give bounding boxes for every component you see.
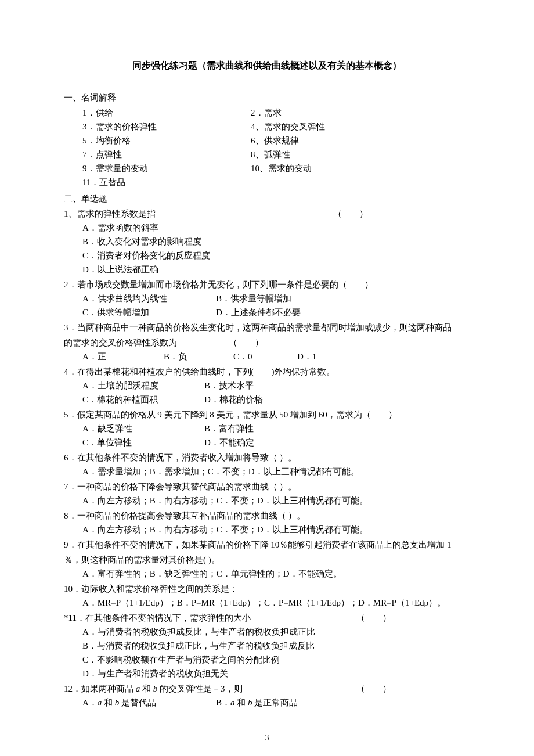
q12-stem: 12．如果两种商品 a 和 b 的交叉弹性是－3，则	[64, 682, 354, 696]
q12-opts: A．a 和 b 是替代品 B．a 和 b 是正常商品	[64, 696, 470, 710]
q2-opt-a: A．供求曲线均为线性	[82, 291, 216, 305]
q7-opts: A．向左方移动；B．向右方移动；C．不变；D．以上三种情况都有可能。	[64, 494, 470, 507]
term: 2．需求	[251, 106, 282, 120]
q11-opt-a: A．与消费者的税收负担成反比，与生产者的税收负担成正比	[64, 625, 470, 639]
page: 同步强化练习题（需求曲线和供给曲线概述以及有关的基本概念） 一、名词解释 1．供…	[0, 0, 534, 756]
q11-opt-b: B．与消费者的税收负担成正比，与生产者的税收负担成反比	[64, 639, 470, 653]
q2-row2: C．供求等幅增加 D．上述条件都不必要	[64, 305, 470, 319]
q2-opt-b: B．供求量等幅增加	[216, 291, 291, 305]
text: 和	[235, 698, 248, 707]
text: 和	[140, 684, 153, 693]
q3-opt-d: D．1	[297, 350, 316, 363]
q5-opt-b: B．富有弹性	[204, 422, 254, 435]
q12-opt-b: B．a 和 b 是正常商品	[216, 696, 298, 710]
q3-opts: A．正 B．负 C．0 D．1	[64, 350, 470, 363]
q2-opt-d: D．上述条件都不必要	[216, 305, 301, 319]
q5-opt-c: C．单位弹性	[82, 435, 204, 449]
q12-opt-a: A．a 和 b 是替代品	[82, 696, 216, 710]
term-row: 9．需求量的变动 10、需求的变动	[64, 161, 470, 175]
var-a: a	[230, 698, 235, 707]
question-9-line1: 9．在其他条件不变的情况下，如果某商品的价格下降 10％能够引起消费者在该商品上…	[64, 538, 470, 552]
q3-opt-c: C．0	[233, 350, 297, 363]
q5-opt-d: D．不能确定	[204, 435, 254, 449]
term: 10、需求的变动	[251, 161, 312, 175]
term: 11．互替品	[82, 175, 251, 189]
text: 12．如果两种商品	[64, 684, 136, 693]
question-1: 1、需求的弹性系数是指 （ ）	[64, 207, 470, 221]
q1-opt-b: B．收入变化对需求的影响程度	[64, 235, 470, 249]
blank-paren: （ ）	[356, 613, 391, 622]
q2-opt-c: C．供求等幅增加	[82, 305, 216, 319]
term: 3．需求的价格弹性	[82, 120, 251, 134]
document-title: 同步强化练习题（需求曲线和供给曲线概述以及有关的基本概念）	[64, 58, 470, 73]
q5-row1: A．缺乏弹性 B．富有弹性	[64, 422, 470, 435]
text: 是替代品	[119, 698, 156, 707]
q4-opt-d: D．棉花的价格	[204, 393, 263, 406]
text: A．	[82, 698, 98, 707]
q11-stem: *11．在其他条件不变的情况下，需求弹性的大小	[64, 611, 354, 625]
q2-row1: A．供求曲线均为线性 B．供求量等幅增加	[64, 291, 470, 305]
question-6: 6．在其他条件不变的情况下，消费者收入增加将导致（ ）。	[64, 451, 470, 465]
blank-paren: （ ）	[229, 338, 264, 347]
blank-paren: （ ）	[333, 209, 368, 218]
q4-row2: C．棉花的种植面积 D．棉花的价格	[64, 393, 470, 406]
term-row: 7．点弹性 8、弧弹性	[64, 147, 470, 161]
text: B．	[216, 698, 230, 707]
blank-paren: （ ）	[356, 684, 391, 693]
term: 6、供求规律	[251, 134, 299, 147]
text: 的交叉弹性是－3，则	[157, 684, 242, 693]
q10-opts: A．MR=P（1+1/Edp）；B．P=MR（1+Edp）；C．P=MR（1+1…	[64, 596, 470, 610]
question-9-line2: ％，则这种商品的需求量对其价格是( )。	[64, 553, 470, 567]
term-row: 11．互替品	[64, 175, 470, 189]
page-number: 3	[0, 732, 534, 744]
question-2: 2．若市场成交数量增加而市场价格并无变化，则下列哪一条件是必要的（ ）	[64, 278, 470, 291]
question-10: 10．边际收入和需求价格弹性之间的关系是：	[64, 582, 470, 596]
term: 5．均衡价格	[82, 134, 251, 147]
q4-opt-a: A．土壤的肥沃程度	[82, 379, 204, 393]
term: 8、弧弹性	[251, 147, 290, 161]
q1-opt-c: C．消费者对价格变化的反应程度	[64, 249, 470, 262]
question-3-line2: 的需求的交叉价格弹性系数为 （ ）	[64, 336, 470, 350]
question-4: 4．在得出某棉花和种植农户的供给曲线时，下列( )外均保持常数。	[64, 365, 470, 379]
term: 7．点弹性	[82, 147, 251, 161]
term: 4、需求的交叉弹性	[251, 120, 325, 134]
question-11: *11．在其他条件不变的情况下，需求弹性的大小 （ ）	[64, 611, 470, 625]
term-row: 5．均衡价格 6、供求规律	[64, 134, 470, 147]
text: 是正常商品	[252, 698, 298, 707]
question-12: 12．如果两种商品 a 和 b 的交叉弹性是－3，则 （ ）	[64, 682, 470, 696]
term-row: 3．需求的价格弹性 4、需求的交叉弹性	[64, 120, 470, 134]
q4-opt-b: B．技术水平	[204, 379, 254, 393]
var-b: b	[248, 698, 252, 707]
q1-opt-d: D．以上说法都正确	[64, 262, 470, 276]
question-7: 7．一种商品的价格下降会导致其替代商品的需求曲线（ ）。	[64, 480, 470, 494]
q4-row1: A．土壤的肥沃程度 B．技术水平	[64, 379, 470, 393]
question-3-line1: 3．当两种商品中一种商品的价格发生变化时，这两种商品的需求量都同时增加或减少，则…	[64, 321, 470, 334]
q1-stem: 1、需求的弹性系数是指	[64, 207, 331, 221]
q3-opt-a: A．正	[82, 350, 164, 363]
q6-opts: A．需求量增加；B．需求增加；C．不变；D．以上三种情况都有可能。	[64, 465, 470, 478]
q3-opt-b: B．负	[164, 350, 233, 363]
question-8: 8．一种商品的价格提高会导致其互补品商品的需求曲线（ ）。	[64, 509, 470, 523]
q5-row2: C．单位弹性 D．不能确定	[64, 435, 470, 449]
q8-opts: A．向左方移动；B．向右方移动；C．不变；D．以上三种情况都有可能。	[64, 523, 470, 537]
term: 1．供给	[82, 106, 251, 120]
text: 和	[102, 698, 115, 707]
term: 9．需求量的变动	[82, 161, 251, 175]
section-2-head: 二、单选题	[64, 192, 470, 206]
q9-opts: A．富有弹性的；B．缺乏弹性的；C．单元弹性的；D．不能确定。	[64, 567, 470, 581]
term-row: 1．供给 2．需求	[64, 106, 470, 120]
q1-opt-a: A．需求函数的斜率	[64, 221, 470, 235]
section-1-head: 一、名词解释	[64, 91, 470, 105]
q4-opt-c: C．棉花的种植面积	[82, 393, 204, 406]
q11-opt-c: C．不影响税收额在生产者与消费者之间的分配比例	[64, 653, 470, 667]
q11-opt-d: D．与生产者和消费者的税收负担无关	[64, 667, 470, 681]
q5-opt-a: A．缺乏弹性	[82, 422, 204, 435]
q3-stem2: 的需求的交叉价格弹性系数为	[64, 336, 226, 350]
question-5: 5．假定某商品的价格从 9 美元下降到 8 美元，需求量从 50 增加到 60，…	[64, 408, 470, 422]
